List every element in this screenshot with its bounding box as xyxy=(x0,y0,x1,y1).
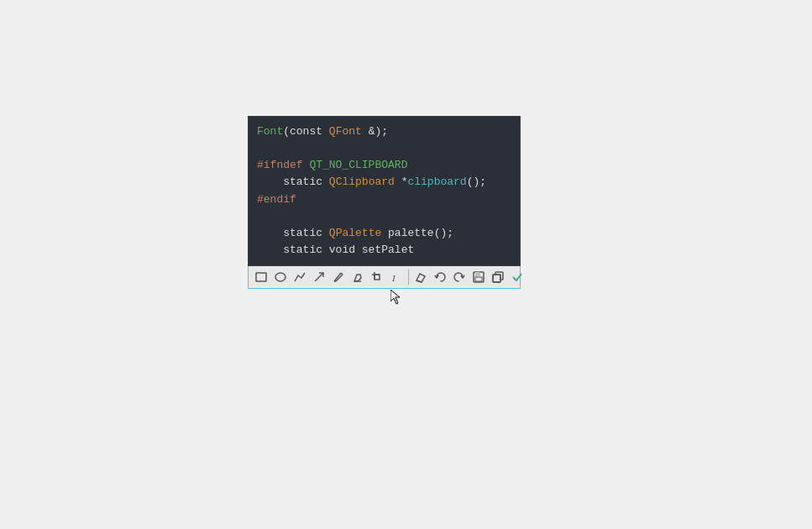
code-block: Font(const QFont &); #ifndef QT_NO_CLIPB… xyxy=(248,116,521,266)
svg-marker-21 xyxy=(390,290,400,304)
annotation-toolbar: I xyxy=(248,266,521,289)
code-token: palette(); xyxy=(381,227,453,239)
eraser-tool-button[interactable] xyxy=(411,268,430,286)
mouse-cursor xyxy=(390,290,401,305)
code-token: static void setPalet xyxy=(257,244,414,256)
code-token: (const xyxy=(283,125,329,138)
code-token: QT_NO_CLIPBOARD xyxy=(303,159,408,171)
code-token: (); xyxy=(467,175,486,188)
ellipse-tool-button[interactable] xyxy=(271,268,290,286)
svg-rect-19 xyxy=(493,275,500,282)
code-token: static xyxy=(257,227,329,239)
undo-button[interactable] xyxy=(431,268,449,286)
code-token: * xyxy=(395,175,408,188)
code-token: QFont xyxy=(329,125,362,138)
rectangle-tool-button[interactable] xyxy=(252,268,270,286)
svg-rect-11 xyxy=(375,275,380,280)
line-tool-button[interactable] xyxy=(291,268,309,286)
redo-button[interactable] xyxy=(450,268,469,286)
text-tool-button[interactable]: I xyxy=(387,268,406,286)
code-token: &); xyxy=(362,125,388,138)
code-line: #endif xyxy=(257,191,511,208)
code-token: QPalette xyxy=(329,227,381,239)
toolbar-separator xyxy=(408,270,409,285)
code-token: clipboard xyxy=(407,175,466,188)
svg-point-1 xyxy=(275,273,286,281)
svg-rect-17 xyxy=(475,277,482,281)
svg-rect-16 xyxy=(475,272,480,276)
code-line: static QClipboard *clipboard(); xyxy=(257,174,511,191)
confirm-button[interactable] xyxy=(508,268,526,286)
code-line xyxy=(257,208,511,225)
code-line: Font(const QFont &); xyxy=(257,123,511,140)
svg-text:I: I xyxy=(391,273,396,283)
svg-rect-0 xyxy=(256,273,266,281)
code-line: #ifndef QT_NO_CLIPBOARD xyxy=(257,157,511,174)
code-token: QClipboard xyxy=(329,175,395,188)
editor-container: Font(const QFont &); #ifndef QT_NO_CLIPB… xyxy=(248,116,521,289)
pencil-tool-button[interactable] xyxy=(329,268,348,286)
highlight-tool-button[interactable] xyxy=(348,268,367,286)
code-line: static QPalette palette(); xyxy=(257,225,511,242)
svg-marker-7 xyxy=(354,275,361,281)
code-line: static void setPalet xyxy=(257,242,511,259)
code-token: static xyxy=(257,175,329,188)
code-line xyxy=(257,140,511,157)
code-token: Font xyxy=(257,125,283,138)
save-button[interactable] xyxy=(469,268,488,286)
crop-tool-button[interactable] xyxy=(368,268,386,286)
svg-line-2 xyxy=(315,273,323,281)
svg-line-14 xyxy=(416,280,422,282)
copy-button[interactable] xyxy=(489,268,507,286)
code-token: #endif xyxy=(257,193,296,206)
arrow-tool-button[interactable] xyxy=(310,268,328,286)
code-token: #ifndef xyxy=(257,159,303,171)
